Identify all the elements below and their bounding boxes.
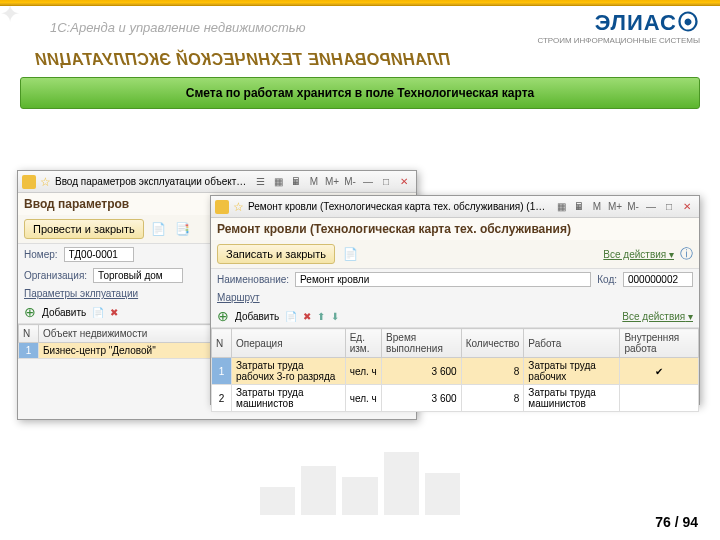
- window-roof-repair: ☆ Ремонт кровли (Технологическая карта т…: [210, 195, 700, 405]
- star-icon[interactable]: ☆: [233, 200, 244, 214]
- down-icon[interactable]: ⬇: [331, 311, 339, 322]
- cell-inner-check[interactable]: [620, 385, 699, 412]
- logo-main: ЭЛИАС⦿: [537, 10, 700, 36]
- maximize-icon[interactable]: □: [661, 200, 677, 214]
- operations-table: N Операция Ед. изм. Время выполнения Кол…: [211, 328, 699, 412]
- number-label: Номер:: [24, 249, 58, 260]
- cell-time: 3 600: [382, 358, 462, 385]
- name-label: Наименование:: [217, 274, 289, 285]
- minimize-icon[interactable]: —: [360, 175, 376, 189]
- org-label: Организация:: [24, 270, 87, 281]
- tb-btn-icon[interactable]: 🖩: [571, 200, 587, 214]
- logo: ЭЛИАС⦿ СТРОИМ ИНФОРМАЦИОННЫЕ СИСТЕМЫ: [537, 10, 700, 45]
- toolbar-icon[interactable]: 📄: [150, 220, 168, 238]
- app-title: 1С:Аренда и управление недвижимостью: [50, 20, 305, 35]
- field-row-name: Наименование: Код:: [211, 269, 699, 290]
- close-icon[interactable]: ✕: [396, 175, 412, 189]
- cell-n: 2: [212, 385, 232, 412]
- delete-icon[interactable]: ✖: [303, 311, 311, 322]
- add-label[interactable]: Добавить: [42, 307, 86, 318]
- tb-btn-mminus[interactable]: M-: [625, 200, 641, 214]
- all-actions-link[interactable]: Все действия ▾: [622, 311, 693, 322]
- logo-sub: СТРОИМ ИНФОРМАЦИОННЫЕ СИСТЕМЫ: [537, 36, 700, 45]
- subtoolbar: ⊕ Добавить 📄 ✖ ⬆ ⬇ Все действия ▾: [211, 305, 699, 328]
- table-row[interactable]: 1 Затраты труда рабочих 3-го разряда чел…: [212, 358, 699, 385]
- maximize-icon[interactable]: □: [378, 175, 394, 189]
- post-and-close-button[interactable]: Провести и закрыть: [24, 219, 144, 239]
- col-unit: Ед. изм.: [345, 329, 381, 358]
- tb-btn-m[interactable]: M: [306, 175, 322, 189]
- app-icon: [22, 175, 36, 189]
- tb-btn-mminus[interactable]: M-: [342, 175, 358, 189]
- all-actions-link[interactable]: Все действия ▾: [603, 249, 674, 260]
- window-title: Ремонт кровли (Технологическая карта тех…: [248, 201, 549, 212]
- tb-btn-icon[interactable]: 🖩: [288, 175, 304, 189]
- cell-time: 3 600: [382, 385, 462, 412]
- col-time: Время выполнения: [382, 329, 462, 358]
- cell-op: Затраты труда машинистов: [232, 385, 346, 412]
- close-icon[interactable]: ✕: [679, 200, 695, 214]
- add-icon[interactable]: ⊕: [217, 308, 229, 324]
- toolbar: Записать и закрыть 📄 Все действия ▾ ⓘ: [211, 240, 699, 269]
- add-icon[interactable]: ⊕: [24, 304, 36, 320]
- tb-btn-icon[interactable]: ▦: [270, 175, 286, 189]
- cell-op: Затраты труда рабочих 3-го разряда: [232, 358, 346, 385]
- tb-btn-icon[interactable]: ☰: [252, 175, 268, 189]
- toolbar-icon[interactable]: 📄: [285, 311, 297, 322]
- titlebar[interactable]: ☆ Ввод параметров эксплуатации объектов …: [18, 171, 416, 193]
- col-n: N: [212, 329, 232, 358]
- info-banner: Смета по работам хранится в поле Техноло…: [20, 77, 700, 109]
- cell-qty: 8: [461, 385, 524, 412]
- doc-title: Ремонт кровли (Технологическая карта тех…: [211, 218, 699, 240]
- corner-decoration: ✦: [0, 0, 40, 30]
- tab-route[interactable]: Маршрут: [211, 290, 699, 305]
- toolbar-icon[interactable]: 📑: [174, 220, 192, 238]
- save-and-close-button[interactable]: Записать и закрыть: [217, 244, 335, 264]
- titlebar[interactable]: ☆ Ремонт кровли (Технологическая карта т…: [211, 196, 699, 218]
- col-qty: Количество: [461, 329, 524, 358]
- tb-btn-m[interactable]: M: [589, 200, 605, 214]
- help-icon[interactable]: ⓘ: [680, 245, 693, 263]
- window-title: Ввод параметров эксплуатации объектов ТД…: [55, 176, 248, 187]
- number-input[interactable]: [64, 247, 134, 262]
- up-icon[interactable]: ⬆: [317, 311, 325, 322]
- org-input[interactable]: [93, 268, 183, 283]
- table-row[interactable]: 2 Затраты труда машинистов чел. ч 3 600 …: [212, 385, 699, 412]
- col-inner: Внутренняя работа: [620, 329, 699, 358]
- section-title: ПЛАНИРОВАНИЕ ТЕХНИЧЕСКОЙ ЭКСПЛУАТАЦИИ: [35, 51, 700, 69]
- col-work: Работа: [524, 329, 620, 358]
- toolbar-icon[interactable]: 📄: [92, 307, 104, 318]
- row-num[interactable]: 1: [19, 343, 39, 359]
- cell-work: Затраты труда машинистов: [524, 385, 620, 412]
- delete-icon[interactable]: ✖: [110, 307, 118, 318]
- tb-btn-mplus[interactable]: M+: [607, 200, 623, 214]
- cell-work: Затраты труда рабочих: [524, 358, 620, 385]
- add-label[interactable]: Добавить: [235, 311, 279, 322]
- toolbar-icon[interactable]: 📄: [341, 245, 359, 263]
- name-input[interactable]: [295, 272, 591, 287]
- cell-inner-check[interactable]: ✔: [620, 358, 699, 385]
- code-input[interactable]: [623, 272, 693, 287]
- star-icon[interactable]: ☆: [40, 175, 51, 189]
- tb-btn-icon[interactable]: ▦: [553, 200, 569, 214]
- bg-watermark: [260, 445, 460, 515]
- app-icon: [215, 200, 229, 214]
- tb-btn-mplus[interactable]: M+: [324, 175, 340, 189]
- col-operation: Операция: [232, 329, 346, 358]
- col-n: N: [19, 325, 39, 343]
- cell-qty: 8: [461, 358, 524, 385]
- minimize-icon[interactable]: —: [643, 200, 659, 214]
- cell-n: 1: [212, 358, 232, 385]
- page-number: 76 / 94: [655, 514, 698, 530]
- code-label: Код:: [597, 274, 617, 285]
- cell-unit: чел. ч: [345, 385, 381, 412]
- header: 1С:Аренда и управление недвижимостью ЭЛИ…: [0, 6, 720, 45]
- cell-unit: чел. ч: [345, 358, 381, 385]
